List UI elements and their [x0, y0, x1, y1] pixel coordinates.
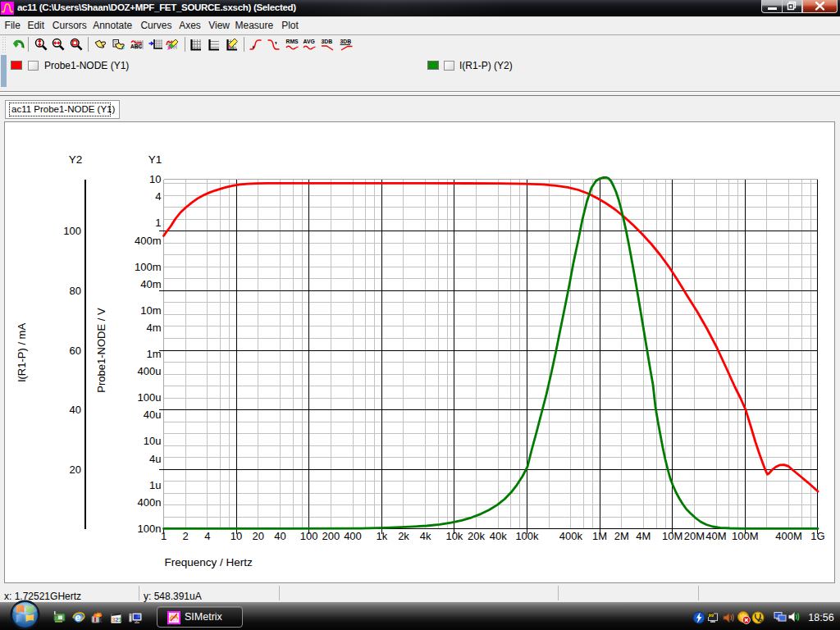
svg-text:1: 1: [161, 530, 167, 542]
svg-text:10k: 10k: [445, 530, 463, 542]
svg-text:40: 40: [274, 530, 285, 542]
svg-text:1: 1: [118, 616, 122, 623]
svg-text:100n: 100n: [138, 523, 162, 535]
svg-text:4: 4: [155, 190, 161, 203]
svg-text:40k: 40k: [490, 530, 507, 542]
svg-text:Y2: Y2: [69, 153, 83, 166]
svg-text:4k: 4k: [420, 530, 431, 542]
svg-text:10: 10: [149, 173, 161, 185]
svg-text:100m: 100m: [135, 261, 162, 273]
svg-text:1G: 1G: [810, 530, 824, 542]
svg-text:20k: 20k: [468, 530, 485, 542]
svg-text:80: 80: [70, 285, 81, 297]
svg-text:1M: 1M: [592, 530, 607, 542]
svg-text:20: 20: [253, 530, 264, 542]
svg-text:4u: 4u: [149, 453, 161, 465]
svg-text:100u: 100u: [138, 391, 162, 404]
svg-text:400: 400: [344, 530, 362, 542]
svg-text:1: 1: [155, 217, 161, 229]
svg-text:20M: 20M: [684, 530, 705, 542]
svg-text:400M: 400M: [775, 530, 802, 542]
svg-text:2M: 2M: [614, 530, 629, 542]
svg-text:2k: 2k: [398, 530, 409, 542]
svg-text:4M: 4M: [636, 530, 651, 542]
svg-text:400m: 400m: [135, 235, 162, 247]
svg-text:2: 2: [183, 530, 189, 542]
svg-text:40u: 40u: [144, 409, 162, 421]
svg-text:99: 99: [709, 613, 714, 619]
svg-text:Probe1-NODE / V: Probe1-NODE / V: [95, 308, 107, 393]
svg-text:100k: 100k: [515, 530, 539, 542]
svg-text:40m: 40m: [140, 278, 161, 290]
svg-text:400k: 400k: [559, 530, 583, 542]
svg-text:20: 20: [70, 463, 81, 476]
svg-text:4: 4: [204, 530, 210, 542]
svg-text:100: 100: [63, 225, 81, 237]
svg-text:200: 200: [322, 530, 340, 542]
svg-text:1u: 1u: [149, 479, 161, 491]
svg-text:60: 60: [70, 345, 81, 357]
svg-text:1k: 1k: [376, 530, 387, 542]
svg-text:I(R1-P) / mA: I(R1-P) / mA: [16, 323, 28, 383]
svg-text:40: 40: [70, 404, 81, 416]
svg-text:400n: 400n: [138, 496, 162, 509]
svg-text:10: 10: [231, 530, 242, 542]
svg-text:10m: 10m: [140, 304, 161, 317]
svg-text:100: 100: [300, 530, 318, 542]
svg-text:Frequency / Hertz: Frequency / Hertz: [165, 556, 253, 568]
svg-text:1m: 1m: [146, 348, 161, 360]
svg-text:400u: 400u: [138, 365, 162, 377]
svg-text:4m: 4m: [146, 322, 161, 334]
svg-text:40M: 40M: [705, 530, 726, 542]
svg-text:Y1: Y1: [148, 153, 162, 166]
svg-text:10M: 10M: [662, 530, 682, 542]
svg-text:100M: 100M: [732, 530, 759, 542]
svg-text:10u: 10u: [144, 435, 162, 447]
